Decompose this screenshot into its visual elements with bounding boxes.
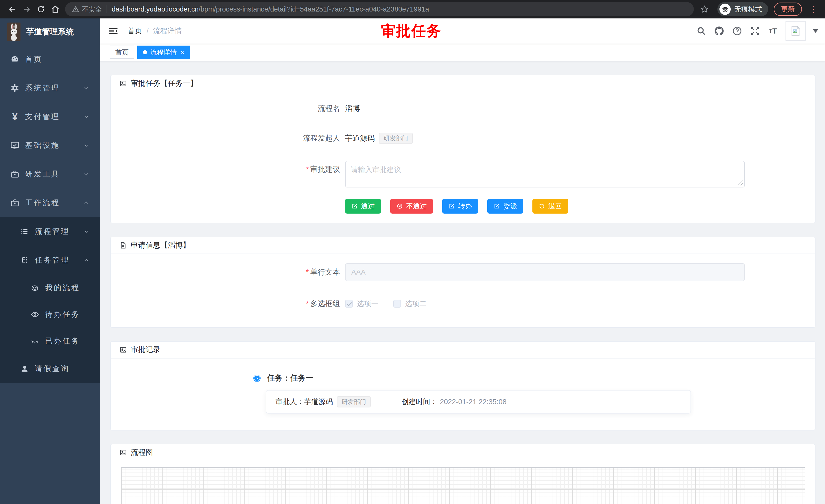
sidebar-item-workflow[interactable]: 工作流程 (0, 188, 100, 217)
app-logo-row[interactable]: 芋道管理系统 (0, 18, 100, 45)
dashboard-icon (10, 55, 20, 64)
sidebar-item-task-mgmt[interactable]: 任务管理 (0, 246, 100, 274)
field-label: *多选框组 (121, 299, 340, 309)
field-label: *单行文本 (121, 267, 340, 277)
sidebar-item-process-mgmt[interactable]: 流程管理 (0, 217, 100, 246)
initiator-value: 芋道源码 (345, 133, 375, 144)
address-bar[interactable]: 不安全 dashboard.yudao.iocoder.cn/bpm/proce… (65, 2, 694, 16)
document-icon (120, 242, 127, 249)
chevron-down-icon (83, 171, 90, 177)
avatar-dropdown-icon[interactable] (813, 29, 818, 33)
url-text[interactable]: dashboard.yudao.iocoder.cn/bpm/process-i… (112, 5, 429, 13)
list-icon (19, 227, 30, 236)
initiator-row: 流程发起人 芋道源码 研发部门 (121, 131, 805, 146)
sidebar-item-label: 系统管理 (25, 83, 60, 93)
sidebar-collapse-icon[interactable] (107, 25, 119, 36)
card-title: 审批任务【任务一】 (131, 78, 198, 89)
comment-textarea[interactable] (345, 161, 745, 187)
sidebar: 芋道管理系统 首页 系统管理 ¥ 支付管理 (0, 18, 100, 504)
tab-home[interactable]: 首页 (110, 46, 134, 59)
checkbox-option-1[interactable]: 选项一 (345, 299, 378, 309)
dept-tag: 研发部门 (379, 133, 413, 144)
warning-icon (72, 5, 79, 13)
sidebar-item-label: 基础设施 (25, 140, 60, 151)
process-name-row: 流程名 滔博 (121, 101, 805, 116)
toolbox-icon (10, 170, 20, 179)
sidebar-item-system[interactable]: 系统管理 (0, 74, 100, 102)
record-detail-box: 审批人： 芋道源码 研发部门 创建时间： 2022-01-21 22:35:08 (266, 390, 691, 414)
apply-info-card: 申请信息【滔博】 *单行文本 *多选框组 (110, 237, 816, 328)
card-header: 申请信息【滔博】 (111, 237, 815, 254)
browser-toolbar: 不安全 dashboard.yudao.iocoder.cn/bpm/proce… (0, 0, 825, 18)
picture-icon (120, 346, 127, 354)
page-title: 审批任务 (381, 21, 441, 41)
clock-icon (253, 374, 261, 383)
site-security[interactable]: 不安全 (72, 5, 102, 14)
checkbox-label: 选项一 (357, 299, 378, 309)
comment-row: *审批建议 (121, 161, 805, 187)
tab-label: 流程详情 (150, 48, 177, 57)
reload-icon[interactable] (34, 2, 48, 16)
card-title: 申请信息【滔博】 (131, 240, 190, 250)
fullscreen-icon[interactable] (750, 26, 760, 36)
breadcrumb: 首页 / 流程详情 (128, 26, 182, 36)
checkbox-option-2[interactable]: 选项二 (393, 299, 427, 309)
delegate-button[interactable]: 委派 (487, 199, 523, 214)
approve-button[interactable]: 通过 (345, 199, 381, 214)
created-label: 创建时间： (401, 397, 437, 407)
picture-icon (120, 80, 127, 87)
sidebar-item-done-tasks[interactable]: 已办任务 (0, 328, 100, 354)
home-icon[interactable] (48, 2, 63, 16)
sidebar-item-home[interactable]: 首页 (0, 45, 100, 74)
browser-menu-icon[interactable]: ⋮ (808, 4, 820, 15)
eye-open-icon (30, 310, 40, 319)
single-text-input[interactable] (345, 263, 745, 281)
return-button[interactable]: 退回 (532, 199, 568, 214)
forward-icon[interactable] (19, 2, 34, 16)
bookmark-star-icon[interactable] (697, 2, 712, 16)
help-icon[interactable] (732, 26, 743, 36)
sidebar-item-todo-tasks[interactable]: 待办任务 (0, 301, 100, 328)
field-label: 流程名 (121, 103, 340, 114)
reject-button[interactable]: 不通过 (390, 199, 433, 214)
picture-icon (120, 449, 127, 456)
transfer-button[interactable]: 转办 (442, 199, 478, 214)
bpmn-diagram-canvas[interactable] (121, 468, 805, 504)
chevron-down-icon (83, 142, 90, 149)
tab-process-detail[interactable]: 流程详情 × (137, 46, 190, 59)
app-logo (7, 22, 20, 41)
chevron-down-icon (83, 85, 90, 91)
chevron-up-icon (83, 257, 90, 263)
search-icon[interactable] (696, 26, 706, 36)
font-size-icon[interactable]: TT (768, 26, 778, 36)
sidebar-item-devtools[interactable]: 研发工具 (0, 160, 100, 188)
card-header: 审批记录 (111, 342, 815, 358)
app-navbar: 首页 / 流程详情 审批任务 TT (100, 18, 825, 44)
gear-icon (10, 83, 20, 93)
tab-label: 首页 (115, 48, 129, 57)
omnibox-divider (106, 5, 107, 13)
field-label: 流程发起人 (121, 133, 340, 144)
breadcrumb-home[interactable]: 首页 (128, 26, 142, 36)
avatar[interactable] (785, 21, 806, 41)
sidebar-item-leave-query[interactable]: 请假查询 (0, 354, 100, 383)
sidebar-item-label: 已办任务 (45, 336, 80, 346)
main-content: 审批任务【任务一】 流程名 滔博 流程发起人 芋道源码 研发部门 (100, 62, 825, 504)
process-name-value: 滔博 (345, 103, 360, 114)
required-asterisk: * (306, 300, 309, 308)
approver-label: 审批人： (276, 397, 304, 407)
sidebar-item-payment[interactable]: ¥ 支付管理 (0, 102, 100, 131)
update-button[interactable]: 更新 (774, 3, 802, 16)
sidebar-item-infra[interactable]: 基础设施 (0, 131, 100, 160)
sidebar-item-label: 待办任务 (45, 309, 80, 320)
breadcrumb-separator: / (147, 27, 149, 35)
created-value: 2022-01-21 22:35:08 (440, 398, 507, 406)
url-path: /bpm/process-instance/detail?id=54aa251f… (199, 5, 429, 13)
github-icon[interactable] (714, 26, 725, 36)
back-icon[interactable] (5, 2, 19, 16)
sidebar-item-my-process[interactable]: 我的流程 (0, 274, 100, 301)
close-icon[interactable]: × (180, 49, 184, 56)
field-label: *审批建议 (121, 161, 340, 175)
sidebar-item-label: 首页 (25, 54, 43, 65)
required-asterisk: * (306, 165, 309, 173)
